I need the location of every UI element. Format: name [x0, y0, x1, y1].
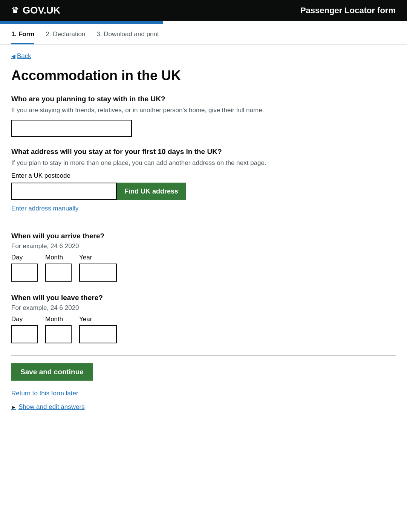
arrive-month-label: Month — [45, 254, 72, 261]
leave-year-group: Year — [79, 316, 117, 343]
arrive-day-group: Day — [11, 254, 38, 282]
find-address-button[interactable]: Find UK address — [117, 183, 186, 200]
leave-section: When will you leave there? For example, … — [11, 294, 396, 343]
crown-icon: ♛ — [11, 6, 19, 15]
leave-month-label: Month — [45, 316, 72, 323]
show-edit-answers-link[interactable]: ► Show and edit answers — [11, 403, 396, 411]
arrive-year-label: Year — [79, 254, 117, 261]
step-2-declaration[interactable]: 2. Declaration — [46, 30, 85, 44]
who-staying-with-label: Who are you planning to stay with in the… — [11, 95, 396, 103]
arrive-month-group: Month — [45, 254, 72, 282]
postcode-label: Enter a UK postcode — [11, 172, 396, 180]
arrive-year-group: Year — [79, 254, 117, 282]
who-staying-with-hint: If you are staying with friends, relativ… — [11, 105, 396, 115]
arrive-date-fields: Day Month Year — [11, 254, 396, 282]
arrive-example: For example, 24 6 2020 — [11, 242, 396, 250]
arrive-month-input[interactable] — [45, 264, 72, 282]
return-to-form-link[interactable]: Return to this form later — [11, 390, 396, 397]
back-arrow-icon: ◀ — [11, 53, 15, 59]
arrive-section: When will you arrive there? For example,… — [11, 232, 396, 282]
leave-month-group: Month — [45, 316, 72, 343]
address-hint: If you plan to stay in more than one pla… — [11, 158, 396, 168]
header-title: Passenger Locator form — [300, 6, 396, 15]
chevron-right-icon: ► — [11, 404, 16, 410]
step-3-download[interactable]: 3. Download and print — [96, 30, 159, 44]
leave-year-input[interactable] — [79, 325, 117, 343]
postcode-input[interactable] — [11, 183, 117, 200]
save-continue-button[interactable]: Save and continue — [11, 363, 93, 381]
arrive-label: When will you arrive there? — [11, 232, 396, 240]
gov-logo: ♛ GOV.UK — [11, 5, 60, 16]
arrive-year-input[interactable] — [79, 264, 117, 282]
gov-logo-text: GOV.UK — [23, 5, 60, 16]
page-title: Accommodation in the UK — [11, 67, 396, 84]
arrive-day-label: Day — [11, 254, 38, 261]
leave-month-input[interactable] — [45, 325, 72, 343]
divider — [11, 355, 396, 356]
header: ♛ GOV.UK Passenger Locator form — [0, 0, 407, 21]
steps-nav: 1. Form 2. Declaration 3. Download and p… — [0, 24, 407, 44]
arrive-day-input[interactable] — [11, 264, 38, 282]
postcode-row: Find UK address — [11, 183, 396, 200]
who-staying-with-input[interactable] — [11, 120, 132, 137]
leave-day-label: Day — [11, 316, 38, 323]
leave-date-fields: Day Month Year — [11, 316, 396, 343]
leave-day-group: Day — [11, 316, 38, 343]
main-content: ◀ Back Accommodation in the UK Who are y… — [0, 44, 407, 426]
address-section: What address will you stay at for your f… — [11, 148, 396, 222]
leave-day-input[interactable] — [11, 325, 38, 343]
step-1-form[interactable]: 1. Form — [11, 30, 34, 44]
leave-label: When will you leave there? — [11, 294, 396, 302]
leave-example: For example, 24 6 2020 — [11, 304, 396, 312]
footer-links: Return to this form later ► Show and edi… — [11, 390, 396, 411]
who-staying-with-section: Who are you planning to stay with in the… — [11, 95, 396, 137]
progress-bar — [0, 21, 163, 24]
leave-year-label: Year — [79, 316, 117, 323]
enter-address-manually-link[interactable]: Enter address manually — [11, 205, 79, 212]
back-link[interactable]: ◀ Back — [11, 52, 31, 60]
address-label: What address will you stay at for your f… — [11, 148, 396, 156]
